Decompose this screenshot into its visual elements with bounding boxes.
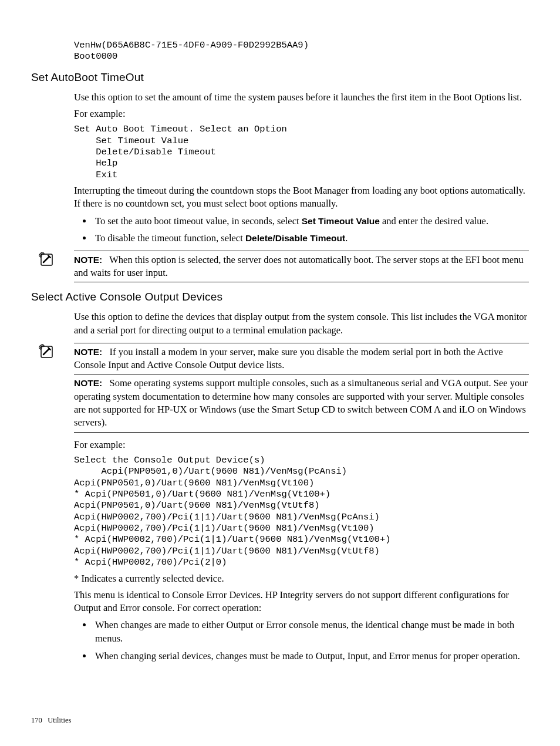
bullet-list: To set the auto boot timeout value, in s… — [74, 214, 529, 245]
note-body: Some operating systems support multiple … — [74, 377, 528, 428]
note-separator — [74, 432, 529, 433]
bold-term: Set Timeout Value — [302, 216, 380, 226]
bullet-list: When changes are made to either Output o… — [74, 618, 529, 662]
list-item: When changing serial devices, changes mu… — [93, 649, 529, 663]
code-console-output: Select the Console Output Device(s) Acpi… — [74, 455, 529, 569]
paragraph: Use this option to set the amount of tim… — [74, 91, 529, 104]
list-item: When changes are made to either Output o… — [93, 618, 529, 645]
list-text-post: and enter the desired value. — [380, 215, 488, 227]
note-icon — [39, 344, 55, 360]
note-body: If you install a modem in your server, m… — [74, 346, 503, 370]
paragraph: This menu is identical to Console Error … — [74, 589, 529, 615]
list-item: To disable the timeout function, select … — [93, 231, 529, 245]
list-text-pre: To set the auto boot timeout value, in s… — [95, 215, 302, 227]
paragraph: Use this option to define the devices th… — [74, 310, 529, 337]
note-separator — [74, 251, 529, 251]
list-item: To set the auto boot timeout value, in s… — [93, 214, 529, 228]
note-label: NOTE: — [74, 347, 102, 357]
code-autoboot: Set Auto Boot Timeout. Select an Option … — [74, 124, 529, 181]
note-label: NOTE: — [74, 255, 102, 265]
note-separator — [74, 374, 529, 374]
code-intro: VenHw(D65A6B8C-71E5-4DF0-A909-F0D2992B5A… — [74, 40, 529, 63]
chapter-name: Utilities — [48, 716, 71, 724]
note-paragraph: NOTE: If you install a modem in your ser… — [74, 346, 529, 372]
note-block: NOTE: If you install a modem in your ser… — [31, 343, 529, 433]
note-paragraph: NOTE: When this option is selected, the … — [74, 254, 529, 280]
heading-autoboot: Set AutoBoot TimeOut — [31, 71, 529, 84]
paragraph: Interrupting the timeout during the coun… — [74, 184, 529, 211]
content-area: VenHw(D65A6B8C-71E5-4DF0-A909-F0D2992B5A… — [74, 40, 529, 663]
note-separator — [74, 343, 529, 343]
note-body: When this option is selected, the server… — [74, 254, 524, 278]
for-example-label: For example: — [74, 438, 529, 451]
page-footer: 170 Utilities — [31, 716, 71, 725]
list-text-pre: To disable the timeout function, select — [95, 232, 245, 244]
paragraph: * Indicates a currently selected device. — [74, 572, 529, 585]
note-paragraph: NOTE: Some operating systems support mul… — [74, 377, 529, 429]
note-block: NOTE: When this option is selected, the … — [31, 251, 529, 283]
bold-term: Delete/Disable Timeout — [245, 233, 345, 243]
for-example-label: For example: — [74, 107, 529, 120]
note-icon — [39, 252, 55, 268]
note-separator — [74, 282, 529, 282]
note-label: NOTE: — [74, 378, 102, 388]
heading-console-output: Select Active Console Output Devices — [31, 291, 529, 303]
page-number: 170 — [31, 716, 42, 724]
list-text-post: . — [345, 232, 348, 244]
